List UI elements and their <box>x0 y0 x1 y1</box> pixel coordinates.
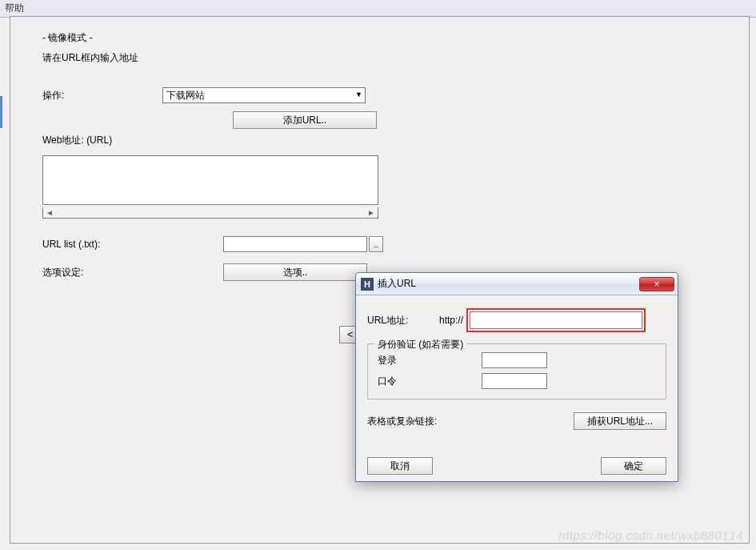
login-input[interactable] <box>482 352 547 368</box>
scroll-right-icon[interactable]: ► <box>367 208 375 217</box>
capture-url-button[interactable]: 捕获URL地址... <box>574 412 666 430</box>
auth-legend: 身份验证 (如若需要) <box>374 338 466 351</box>
menu-bar: 帮助 <box>0 0 756 18</box>
close-icon[interactable]: × <box>639 277 674 291</box>
dialog-ok-button[interactable]: 确定 <box>601 457 666 475</box>
url-address-label: URL地址: <box>367 314 439 327</box>
browse-button[interactable]: .. <box>369 236 383 252</box>
password-label: 口令 <box>378 375 482 388</box>
menu-help[interactable]: 帮助 <box>5 2 24 14</box>
auth-fieldset: 身份验证 (如若需要) 登录 口令 <box>367 343 666 399</box>
insert-url-dialog: H 插入URL × URL地址: http:// 身份验证 (如若需要) 登录 … <box>355 272 678 482</box>
options-label: 选项设定: <box>42 266 162 279</box>
scroll-left-icon[interactable]: ◄ <box>46 208 54 217</box>
http-prefix-text: http:// <box>439 315 463 326</box>
url-list-label: URL list (.txt): <box>42 239 162 250</box>
action-select[interactable]: 下载网站 <box>162 87 366 103</box>
url-list-input[interactable] <box>223 236 367 252</box>
instruction-text: 请在URL框内输入地址 <box>42 51 726 65</box>
complex-links-label: 表格或复杂链接: <box>367 415 574 428</box>
url-input-highlight <box>466 308 646 332</box>
password-input[interactable] <box>482 373 547 389</box>
login-label: 登录 <box>378 354 482 367</box>
dialog-titlebar[interactable]: H 插入URL × <box>356 273 678 295</box>
add-url-button[interactable]: 添加URL.. <box>233 111 377 129</box>
dialog-cancel-button[interactable]: 取消 <box>367 457 433 475</box>
options-button[interactable]: 选项.. <box>223 263 367 281</box>
action-label: 操作: <box>42 89 162 102</box>
left-edge-accent <box>0 96 2 128</box>
dialog-title: 插入URL <box>378 277 639 291</box>
mirror-mode-title: - 镜像模式 - <box>42 31 726 45</box>
url-textarea[interactable] <box>42 155 378 205</box>
textarea-scrollbar[interactable]: ◄ ► <box>42 207 378 219</box>
web-address-label: Web地址: (URL) <box>42 134 162 147</box>
url-input[interactable] <box>470 311 642 329</box>
dialog-app-icon: H <box>361 278 374 291</box>
